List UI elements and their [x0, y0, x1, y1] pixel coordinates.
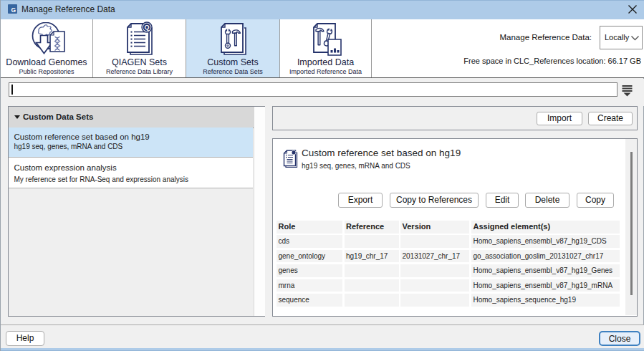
svg-text:Q: Q — [144, 24, 149, 31]
